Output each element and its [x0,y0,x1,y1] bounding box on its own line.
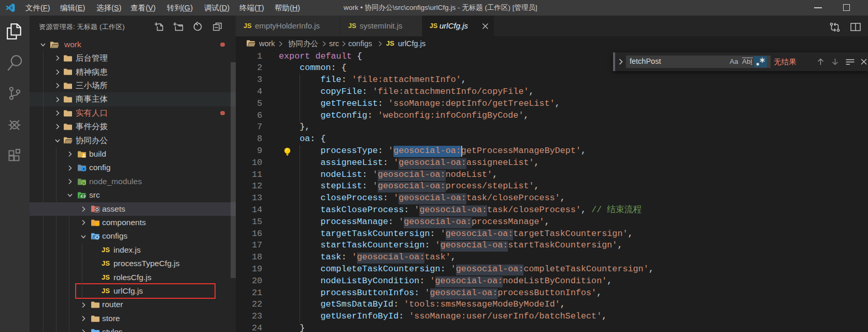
svg-text:js: js [82,181,86,185]
